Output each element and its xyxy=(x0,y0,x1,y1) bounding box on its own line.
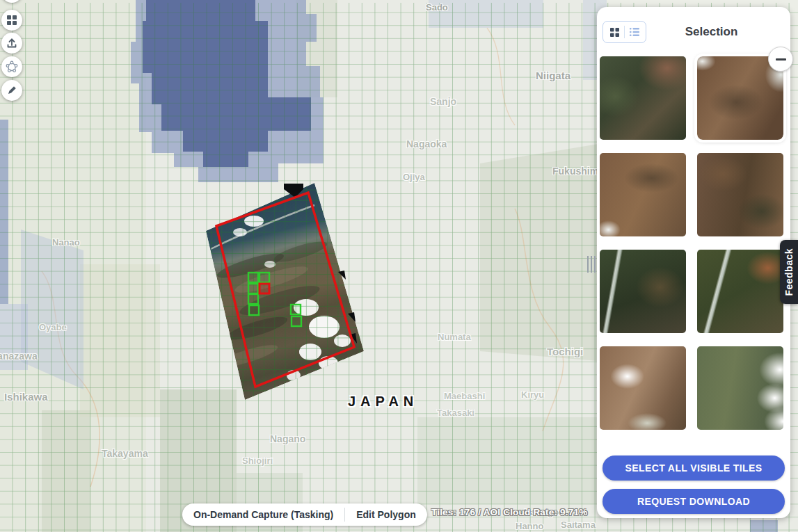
selected-tile[interactable] xyxy=(291,305,301,314)
grid-icon xyxy=(6,15,17,26)
view-toggle xyxy=(603,21,646,43)
polygon-tool-button[interactable] xyxy=(1,56,22,77)
status-text: Tiles: 176 / AOI Cloud Rate: 9.71% xyxy=(431,507,587,517)
grid-view-icon xyxy=(610,28,619,37)
feedback-tab[interactable]: Feedback xyxy=(780,240,798,304)
panel-header: Selection xyxy=(597,7,790,46)
request-download-button[interactable]: REQUEST DOWNLOAD xyxy=(603,489,785,514)
tile-grid-button[interactable] xyxy=(1,10,22,31)
tile-thumbnail-4[interactable] xyxy=(697,153,783,236)
tile-thumbnail-6[interactable] xyxy=(697,250,783,333)
panel-footer: SELECT ALL VISIBLE TILES REQUEST DOWNLOA… xyxy=(603,456,785,514)
on-demand-capture-button[interactable]: On-Demand Capture (Tasking) xyxy=(182,503,344,526)
upload-button[interactable] xyxy=(1,33,22,54)
active-tile-marker[interactable] xyxy=(260,284,269,293)
selected-tile[interactable] xyxy=(248,294,258,304)
polygon-icon xyxy=(6,61,18,73)
selected-tile[interactable] xyxy=(249,305,259,315)
draw-button[interactable] xyxy=(1,80,22,101)
tile-thumbnail-2[interactable] xyxy=(697,56,783,140)
selection-panel: Selection SELECT ALL VISIBLE TILES REQUE… xyxy=(597,7,790,518)
selected-tile[interactable] xyxy=(248,273,258,282)
tile-thumbnail-5[interactable] xyxy=(600,250,686,333)
selected-tile[interactable] xyxy=(260,273,269,282)
tile-thumbnail-1[interactable] xyxy=(600,56,686,140)
selected-tile[interactable] xyxy=(248,284,258,293)
bottom-action-bar: On-Demand Capture (Tasking) Edit Polygon xyxy=(182,503,427,526)
panel-title: Selection xyxy=(646,25,776,39)
selected-tile[interactable] xyxy=(292,316,301,326)
list-view-icon xyxy=(630,28,639,36)
tile-thumbnail-7[interactable] xyxy=(600,346,686,430)
minus-icon xyxy=(776,58,786,61)
tile-thumbnail-8[interactable] xyxy=(697,346,783,430)
tile-thumbnail-3[interactable] xyxy=(600,153,686,236)
pencil-icon xyxy=(6,85,17,96)
deselect-tile-button[interactable] xyxy=(768,47,793,72)
country-label: JAPAN xyxy=(348,394,418,410)
list-view-button[interactable] xyxy=(625,22,644,42)
select-all-visible-tiles-button[interactable]: SELECT ALL VISIBLE TILES xyxy=(603,456,785,481)
upload-icon xyxy=(6,38,17,49)
edit-polygon-button[interactable]: Edit Polygon xyxy=(345,503,427,526)
grid-view-button[interactable] xyxy=(605,22,624,42)
panel-resize-handle[interactable] xyxy=(587,256,596,273)
thumbnail-grid xyxy=(597,46,790,430)
feedback-label: Feedback xyxy=(783,248,795,296)
tasking-app: SadoNiigataSanjoNagaokaOjiyaFukushimaNan… xyxy=(0,0,798,532)
